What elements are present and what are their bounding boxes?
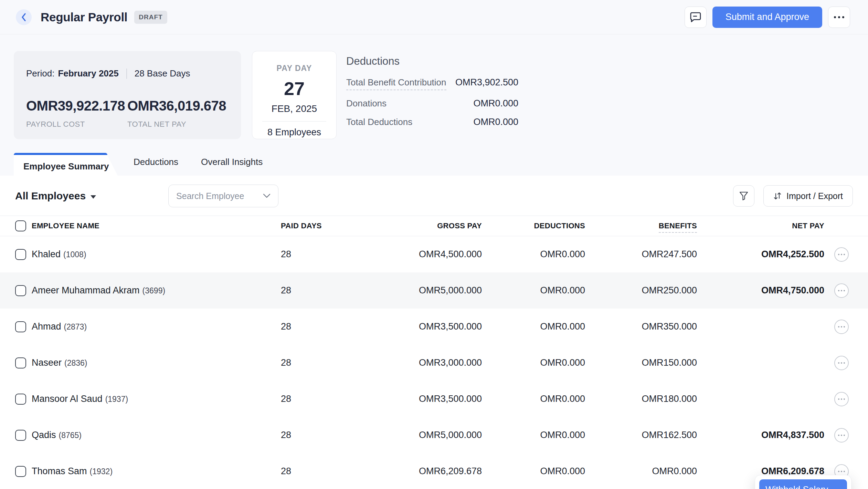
deduction-value: OMR0.000 bbox=[473, 117, 518, 127]
row-checkbox[interactable] bbox=[15, 285, 26, 296]
deduction-value: OMR3,902.500 bbox=[455, 77, 518, 88]
row-menu-button[interactable] bbox=[834, 320, 849, 334]
tab-deductions[interactable]: Deductions bbox=[134, 148, 178, 176]
employee-group-dropdown[interactable]: All Employees bbox=[15, 190, 96, 202]
deduction-label[interactable]: Total Benefit Contribution bbox=[346, 77, 446, 90]
menu-item-withhold-salary[interactable]: Withhold Salary bbox=[759, 479, 847, 489]
benefits-cell: OMR250.000 bbox=[585, 285, 697, 296]
deduction-label: Donations bbox=[346, 98, 387, 109]
tab-overall-insights[interactable]: Overall Insights bbox=[201, 148, 263, 176]
tab-employee-summary[interactable]: Employee Summary bbox=[14, 153, 120, 176]
tab-bar: Employee Summary Deductions Overall Insi… bbox=[14, 153, 263, 176]
column-header-net-pay[interactable]: NET PAY bbox=[697, 221, 824, 230]
table-row[interactable]: Qadis(8765) 28 OMR5,000.000 OMR0.000 OMR… bbox=[0, 417, 868, 453]
paid-days-cell: 28 bbox=[279, 249, 324, 260]
pay-day-number: 27 bbox=[284, 78, 305, 99]
employee-name-cell: Ahmad(2873) bbox=[27, 321, 279, 332]
tab-label: Employee Summary bbox=[23, 161, 109, 172]
row-context-menu: Withhold Salary Skip from this payroll R… bbox=[755, 475, 851, 489]
benefits-cell: OMR0.000 bbox=[585, 466, 697, 477]
deductions-cell: OMR0.000 bbox=[482, 321, 585, 332]
table-row[interactable]: Ahmad(2873) 28 OMR3,500.000 OMR0.000 OMR… bbox=[0, 309, 868, 345]
more-options-button[interactable] bbox=[828, 7, 850, 28]
row-menu-button[interactable] bbox=[834, 428, 849, 443]
search-employee-select[interactable]: Search Employee bbox=[168, 185, 278, 207]
employee-name-cell: Qadis(8765) bbox=[27, 430, 279, 440]
employee-name-cell: Ameer Muhammad Akram(3699) bbox=[27, 285, 279, 296]
row-menu-button[interactable] bbox=[834, 392, 849, 406]
summary-band: Period: February 2025 28 Base Days OMR39… bbox=[0, 34, 868, 176]
row-checkbox[interactable] bbox=[15, 249, 26, 260]
divider bbox=[126, 69, 127, 79]
table-row[interactable]: Mansoor Al Saud(1937) 28 OMR3,500.000 OM… bbox=[0, 381, 868, 417]
period-value: February 2025 bbox=[58, 68, 118, 79]
filter-button[interactable] bbox=[733, 185, 754, 207]
deductions-cell: OMR0.000 bbox=[482, 285, 585, 296]
deduction-row: Donations OMR0.000 bbox=[346, 98, 518, 109]
table-row[interactable]: Naseer(2836) 28 OMR3,000.000 OMR0.000 OM… bbox=[0, 345, 868, 381]
paid-days-cell: 28 bbox=[279, 321, 324, 332]
column-header-paid-days[interactable]: PAID DAYS bbox=[279, 221, 324, 230]
employee-name-cell: Thomas Sam(1932) bbox=[27, 466, 279, 477]
column-header-gross-pay[interactable]: GROSS PAY bbox=[324, 221, 482, 230]
deductions-panel-title: Deductions bbox=[346, 55, 518, 67]
paid-days-cell: 28 bbox=[279, 394, 324, 404]
employee-name-cell: Khaled(1008) bbox=[27, 249, 279, 260]
active-tab-accent bbox=[14, 153, 107, 155]
employee-id: (2836) bbox=[64, 358, 87, 367]
paid-days-cell: 28 bbox=[279, 357, 324, 368]
payroll-summary-card: Period: February 2025 28 Base Days OMR39… bbox=[14, 51, 241, 139]
column-header-benefits[interactable]: BENEFITS bbox=[585, 221, 697, 230]
employee-id: (3699) bbox=[142, 286, 165, 295]
table-body: Khaled(1008) 28 OMR4,500.000 OMR0.000 OM… bbox=[0, 236, 868, 489]
benefits-cell: OMR162.500 bbox=[585, 430, 697, 440]
submit-and-approve-button[interactable]: Submit and Approve bbox=[712, 7, 822, 28]
row-checkbox[interactable] bbox=[15, 430, 26, 441]
row-menu-button[interactable] bbox=[834, 283, 849, 298]
gross-pay-cell: OMR4,500.000 bbox=[324, 249, 482, 260]
deductions-cell: OMR0.000 bbox=[482, 249, 585, 260]
row-checkbox[interactable] bbox=[15, 466, 26, 477]
chevron-left-icon bbox=[21, 13, 27, 22]
net-pay-cell: OMR4,252.500 bbox=[697, 249, 824, 260]
benefits-cell: OMR247.500 bbox=[585, 249, 697, 260]
table-row[interactable]: Thomas Sam(1932) 28 OMR6,209.678 OMR0.00… bbox=[0, 453, 868, 489]
import-export-button[interactable]: Import / Export bbox=[763, 185, 853, 207]
benefits-cell: OMR350.000 bbox=[585, 321, 697, 332]
table-row[interactable]: Ameer Muhammad Akram(3699) 28 OMR5,000.0… bbox=[0, 272, 868, 309]
column-header-deductions[interactable]: DEDUCTIONS bbox=[482, 221, 585, 230]
select-all-checkbox[interactable] bbox=[15, 220, 26, 231]
deductions-cell: OMR0.000 bbox=[482, 466, 585, 477]
employee-id: (8765) bbox=[59, 431, 82, 440]
deduction-value: OMR0.000 bbox=[473, 98, 518, 109]
tab-content: All Employees Search Employee Import / bbox=[0, 176, 868, 489]
page-title: Regular Payroll bbox=[41, 10, 127, 24]
gross-pay-cell: OMR3,000.000 bbox=[324, 357, 482, 368]
deductions-cell: OMR0.000 bbox=[482, 430, 585, 440]
employee-id: (1937) bbox=[105, 395, 128, 404]
payroll-cost-label: PAYROLL COST bbox=[26, 120, 127, 129]
row-checkbox[interactable] bbox=[15, 394, 26, 405]
comments-button[interactable] bbox=[685, 7, 707, 28]
table-row[interactable]: Khaled(1008) 28 OMR4,500.000 OMR0.000 OM… bbox=[0, 236, 868, 272]
row-menu-button[interactable] bbox=[834, 247, 849, 262]
gross-pay-cell: OMR3,500.000 bbox=[324, 394, 482, 404]
row-checkbox[interactable] bbox=[15, 357, 26, 368]
column-header-employee-name[interactable]: EMPLOYEE NAME bbox=[27, 221, 279, 230]
chevron-down-icon bbox=[263, 194, 271, 198]
row-checkbox[interactable] bbox=[15, 321, 26, 332]
employee-id: (1008) bbox=[63, 250, 86, 259]
employee-id: (1932) bbox=[90, 467, 113, 476]
divider bbox=[262, 121, 326, 122]
row-menu-button[interactable] bbox=[834, 356, 849, 370]
deductions-panel: Deductions Total Benefit Contribution OM… bbox=[346, 55, 518, 127]
base-days: 28 Base Days bbox=[135, 68, 190, 79]
period-label: Period: bbox=[26, 68, 54, 79]
deduction-label: Total Deductions bbox=[346, 117, 412, 127]
status-badge: DRAFT bbox=[134, 11, 167, 24]
top-bar: Regular Payroll DRAFT Submit and Approve bbox=[0, 0, 868, 34]
ellipsis-horizontal-icon bbox=[834, 16, 844, 18]
back-button[interactable] bbox=[16, 9, 32, 25]
filter-row: All Employees Search Employee Import / bbox=[0, 176, 868, 216]
payroll-cost-value: OMR39,922.178 bbox=[26, 98, 127, 114]
